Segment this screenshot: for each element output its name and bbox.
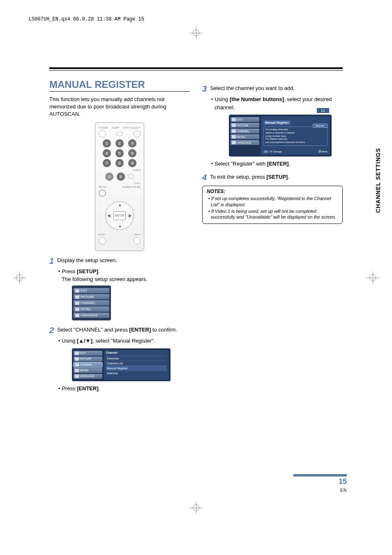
num-2-button: 2	[115, 139, 124, 147]
dpad: ▲ ▼ ◀ ▶ ENTER	[103, 199, 136, 232]
step-4: 4 To exit the setup, press [SETUP].	[202, 173, 343, 182]
osd-item-picture: PICTURE	[231, 123, 259, 128]
note-1: • If set up completes successfully, "Reg…	[208, 196, 338, 207]
osd-item-channel: CHANNEL	[231, 129, 259, 134]
remote-label-info: INFO	[135, 233, 141, 236]
osd-manual-register-panel: 11 EXIT PICTURE CHANNEL DETAIL LANGUAGE …	[229, 115, 332, 157]
language-icon	[75, 375, 79, 378]
numpad-icon: 123	[263, 150, 268, 153]
section-title: MANUAL REGISTER	[49, 79, 190, 92]
setup-button	[99, 189, 106, 197]
input-select-button	[133, 130, 141, 138]
detail-icon	[75, 308, 79, 311]
detail-icon	[75, 369, 79, 372]
exit-icon	[75, 289, 79, 292]
osd-panel-header: Manual Register	[263, 120, 291, 125]
step-number: 3	[202, 85, 207, 93]
step-3-bullet-2: Select "Register" with [ENTER].	[211, 160, 343, 168]
osd-item-detail: DETAIL	[74, 306, 109, 312]
osd-item-picture: PICTURE	[74, 294, 109, 299]
remote-label-still: STILL	[134, 182, 141, 184]
channel-icon	[75, 363, 79, 366]
page-number: 15	[339, 477, 347, 486]
sleep-button	[117, 132, 122, 136]
note-2: • If Video 1 is being used, set up will …	[208, 208, 338, 220]
osd-item-picture: PICTURE	[74, 357, 102, 362]
osd-register-button: Register	[313, 124, 327, 128]
left-arrow-icon: ◀	[107, 213, 111, 218]
picture-icon	[232, 124, 236, 127]
page-lang: EN	[340, 488, 347, 493]
step-1: 1 Display the setup screen.	[49, 257, 190, 265]
remote-illustration: POWER SLEEP INPUT SELECT 1 2 3 4 5 6 7	[95, 122, 144, 251]
notes-title: NOTES:	[207, 189, 338, 194]
osd-item-language: LANGUAGE	[74, 374, 102, 379]
step-number: 4	[202, 173, 207, 182]
enter-button: ENTER	[113, 211, 126, 220]
step-2-text: Select "CHANNEL" and press [ENTER] to co…	[57, 326, 190, 334]
channel-icon	[75, 302, 79, 305]
left-column: MANUAL REGISTER This function lets you m…	[49, 79, 190, 392]
footer-bar	[293, 474, 347, 477]
osd-item-exit: EXIT	[74, 351, 102, 356]
osd-row-autoscan: Autoscan	[106, 356, 167, 361]
channel-number-badge: 11	[317, 108, 329, 113]
step-number: 1	[49, 257, 54, 265]
right-column: 3 Select the channel you want to add. Us…	[202, 79, 343, 392]
step-3-text: Select the channel you want to add.	[210, 85, 343, 93]
crop-mark-left	[13, 272, 25, 284]
exit-icon	[232, 118, 236, 121]
osd-row-channel-list: Channel List	[106, 361, 167, 366]
num-9-button: 9	[128, 159, 136, 167]
language-icon	[232, 141, 236, 144]
up-arrow-icon: ▲	[118, 203, 122, 207]
info-button	[133, 237, 141, 244]
osd-item-detail: DETAIL	[231, 134, 259, 139]
crop-mark-right	[367, 272, 379, 284]
picture-icon	[75, 295, 79, 299]
down-arrow-icon: ▼	[118, 224, 122, 229]
back-button	[99, 237, 106, 244]
picture-icon	[75, 357, 79, 361]
step-1-text: Display the setup screen.	[57, 257, 190, 265]
crop-mark-bottom	[190, 502, 202, 514]
step-1-sub: The following setup screen appears.	[62, 276, 190, 282]
num-6-button: 6	[128, 149, 136, 157]
osd-row-manual-register: Manual Register	[106, 366, 167, 371]
num-0-button: 0	[117, 173, 125, 181]
print-header: L5007UH_EN.qx4 06.9.28 11:38 AM Page 15	[8, 8, 384, 26]
osd-item-detail: DETAIL	[74, 368, 102, 373]
channel-icon	[232, 129, 236, 133]
step-number: 2	[49, 326, 54, 334]
osd-channel-menu: EXIT PICTURE CHANNEL DETAIL LANGUAGE Cha…	[72, 348, 171, 381]
step-2-bullet: Using [▲/▼], select "Manual Register".	[58, 337, 190, 345]
step-4-text: To exit the setup, press [SETUP].	[210, 173, 343, 182]
dash-button: –	[105, 173, 113, 181]
num-5-button: 5	[115, 149, 124, 157]
remote-label-audio: AUDIO	[133, 169, 141, 171]
remote-label-setup: SETUP	[99, 186, 107, 188]
num-4-button: 4	[103, 149, 111, 157]
side-tab: CHANNEL SETTINGS	[375, 148, 381, 213]
num-8-button: 8	[115, 159, 124, 167]
osd-row-antenna: Antenna	[106, 371, 167, 375]
osd-item-language: LANGUAGE	[74, 313, 109, 318]
osd-item-exit: EXIT	[74, 288, 109, 293]
section-rule	[49, 67, 343, 71]
osd-item-language: LANGUAGE	[231, 140, 259, 145]
osd-footer-change: 123Ch Change	[263, 150, 282, 153]
crop-mark-top	[190, 27, 202, 39]
osd-item-channel: CHANNEL	[74, 300, 109, 306]
osd-item-exit: EXIT	[231, 117, 259, 122]
remote-label-sleep: SLEEP	[111, 127, 119, 129]
right-arrow-icon: ▶	[129, 213, 132, 218]
num-1-button: 1	[103, 139, 111, 147]
detail-icon	[232, 135, 236, 138]
num-3-button: 3	[128, 139, 136, 147]
osd-item-channel: CHANNEL	[74, 362, 102, 367]
osd-footer-back: Back	[318, 150, 327, 153]
step-3: 3 Select the channel you want to add.	[202, 85, 343, 93]
num-7-button: 7	[103, 159, 111, 167]
remote-label-screen: SCREEN MODE	[122, 186, 141, 188]
osd-setup-menu: EXIT PICTURE CHANNEL DETAIL LANGUAGE	[72, 286, 111, 320]
